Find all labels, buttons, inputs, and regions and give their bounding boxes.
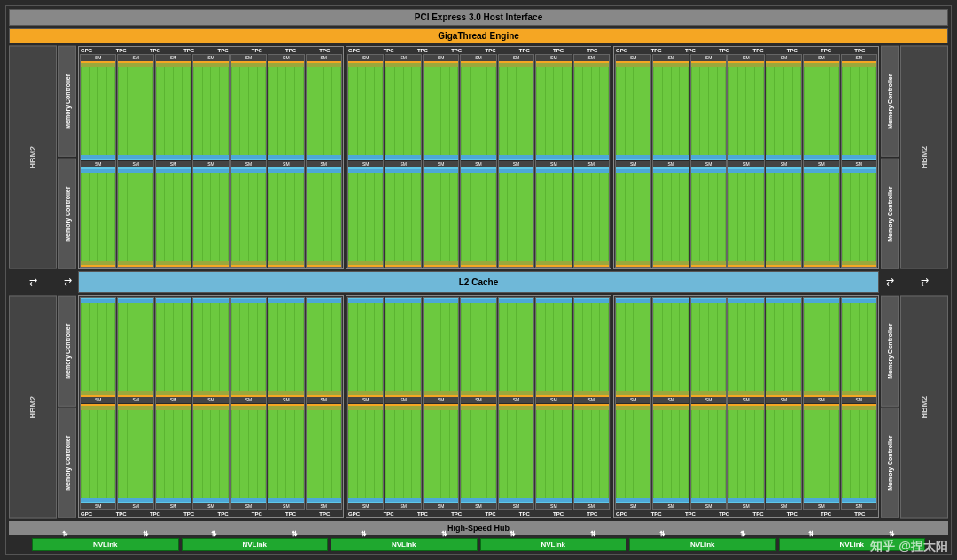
sm-block: SM (616, 55, 650, 160)
tpc-label: TPC (474, 48, 507, 53)
watermark: 知乎 @捏太阳 (870, 539, 948, 555)
sm-block: SM (616, 161, 650, 267)
tpc-row: SMSMSMSMSMSMSMSMSMSMSMSMSMSM (347, 297, 610, 510)
sm-cores (348, 298, 383, 397)
sm-label: SM (118, 55, 152, 61)
sm-label: SM (307, 503, 341, 509)
sm-label: SM (536, 503, 571, 509)
sm-cores (193, 61, 228, 160)
tpc-block: SMSM (268, 54, 304, 268)
tpc-block: SMSM (306, 297, 342, 510)
sm-cores (307, 61, 341, 160)
sm-cores (691, 404, 726, 503)
sm-block: SM (653, 161, 688, 267)
arrow-icon: ⇄ (64, 276, 72, 288)
sm-block: SM (536, 298, 571, 403)
sm-cores (728, 167, 763, 267)
tpc-block: SMSM (690, 54, 727, 268)
sm-block: SM (193, 55, 228, 160)
tpc-block: SMSM (347, 54, 384, 268)
tpc-label: TPC (708, 511, 741, 517)
tpc-label: TPC (775, 48, 808, 53)
pci-interface: PCI Express 3.0 Host Interface (9, 9, 948, 26)
sm-cores (574, 298, 609, 397)
memctl-col-left: Memory ControllerMemory Controller⇄Memor… (58, 46, 76, 518)
tpc-block: SMSM (841, 54, 877, 268)
sm-block: SM (653, 298, 688, 403)
sm-cores (424, 167, 458, 267)
sm-label: SM (231, 55, 266, 61)
sm-cores (616, 167, 650, 267)
memory-controller: Memory Controller (58, 159, 76, 269)
arrow-icon: ⇄ (921, 276, 929, 288)
tpc-label: TPC (673, 511, 706, 517)
sm-label: SM (231, 161, 266, 167)
sm-cores (81, 404, 115, 503)
gigathread-engine: GigaThread Engine (9, 28, 948, 43)
sm-label: SM (424, 55, 458, 61)
sm-label: SM (842, 397, 876, 403)
tpc-label: TPC (640, 511, 673, 517)
tpc-block: SMSM (268, 297, 304, 510)
tpc-label: TPC (742, 511, 774, 517)
sm-label: SM (728, 503, 763, 509)
sm-label: SM (616, 503, 650, 509)
tpc-label: TPC (206, 48, 239, 53)
interconnect-arrows: ⇄ (881, 271, 899, 294)
sm-label: SM (653, 161, 688, 167)
tpc-block: SMSM (573, 54, 610, 268)
memory-controller: Memory Controller (881, 408, 899, 518)
gpc-header: GPCTPCTPCTPCTPCTPCTPCTPC (80, 48, 342, 53)
sm-cores (574, 167, 609, 267)
sm-label: SM (691, 397, 726, 403)
sm-block: SM (385, 161, 420, 267)
sm-block: SM (728, 298, 763, 403)
sm-block: SM (193, 161, 228, 267)
sm-label: SM (574, 55, 609, 61)
memory-controller: Memory Controller (881, 159, 899, 269)
sm-label: SM (461, 503, 495, 509)
sm-block: SM (804, 298, 838, 403)
gpc-label: GPC (81, 511, 104, 517)
hbm-block: HBM2 (900, 46, 948, 269)
sm-label: SM (193, 397, 228, 403)
sm-label: SM (156, 161, 191, 167)
hbm-block: HBM2 (9, 46, 57, 269)
sm-cores (385, 404, 420, 503)
sm-cores (804, 167, 838, 267)
tpc-row: SMSMSMSMSMSMSMSMSMSMSMSMSMSM (615, 297, 877, 510)
tpc-block: SMSM (117, 297, 153, 510)
tpc-block: SMSM (117, 54, 153, 268)
sm-label: SM (653, 503, 688, 509)
arrow-icon: ⇄ (29, 276, 37, 288)
sm-block: SM (231, 298, 266, 403)
sm-block: SM (268, 298, 303, 403)
sm-label: SM (81, 55, 115, 61)
sm-cores (536, 298, 571, 397)
sm-cores (348, 404, 383, 503)
sm-cores (307, 298, 341, 397)
sm-label: SM (424, 161, 458, 167)
sm-cores (536, 404, 571, 503)
tpc-block: SMSM (766, 54, 802, 268)
tpc-label: TPC (541, 48, 574, 53)
sm-cores (156, 404, 191, 503)
sm-label: SM (499, 55, 533, 61)
sm-block: SM (691, 298, 726, 403)
sm-cores (268, 61, 303, 160)
sm-label: SM (499, 161, 533, 167)
sm-cores (499, 167, 533, 267)
l2-cache: L2 Cache (78, 271, 879, 293)
tpc-label: TPC (105, 48, 137, 53)
sm-label: SM (766, 397, 801, 403)
sm-cores (804, 298, 838, 397)
sm-cores (348, 167, 383, 267)
sm-block: SM (385, 55, 420, 160)
sm-block: SM (81, 161, 115, 267)
sm-label: SM (385, 503, 420, 509)
sm-block: SM (574, 298, 609, 403)
sm-cores (156, 298, 191, 397)
sm-label: SM (81, 397, 115, 403)
sm-cores (691, 167, 726, 267)
tpc-label: TPC (274, 511, 307, 517)
